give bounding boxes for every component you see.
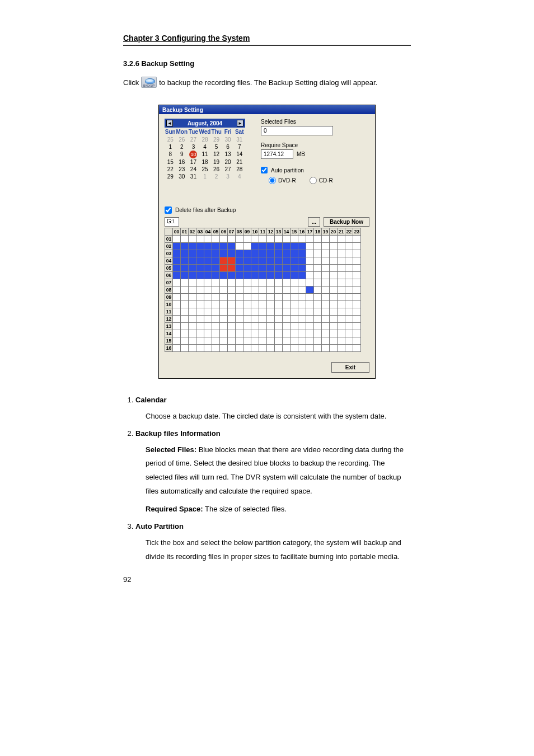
next-month-button[interactable]: ► xyxy=(237,120,243,126)
timeline-cell[interactable] xyxy=(291,323,298,330)
timeline-cell[interactable] xyxy=(236,294,243,301)
timeline-cell[interactable] xyxy=(212,272,220,279)
timeline-cell[interactable] xyxy=(267,279,275,287)
timeline-cell[interactable] xyxy=(314,279,322,287)
day-cell[interactable]: 27 xyxy=(188,136,199,143)
timeline-cell[interactable] xyxy=(314,250,322,257)
timeline-cell[interactable] xyxy=(275,272,283,279)
timeline-cell[interactable] xyxy=(189,287,196,294)
day-cell[interactable]: 29 xyxy=(165,173,176,180)
browse-button[interactable]: ... xyxy=(308,217,320,227)
timeline-cell[interactable] xyxy=(259,250,267,257)
timeline-cell[interactable] xyxy=(196,330,204,337)
timeline-cell[interactable] xyxy=(298,316,306,323)
timeline-cell[interactable] xyxy=(322,323,330,330)
timeline-cell[interactable] xyxy=(275,308,283,316)
timeline-cell[interactable] xyxy=(322,330,330,337)
timeline-cell[interactable] xyxy=(189,316,196,323)
timeline-cell[interactable] xyxy=(306,345,314,352)
day-cell[interactable]: 3 xyxy=(222,173,234,180)
timeline-cell[interactable] xyxy=(243,272,251,279)
timeline-cell[interactable] xyxy=(236,272,243,279)
timeline-cell[interactable] xyxy=(228,294,236,301)
timeline-cell[interactable] xyxy=(330,265,338,272)
timeline-cell[interactable] xyxy=(275,301,283,308)
timeline-cell[interactable] xyxy=(291,294,298,301)
timeline-cell[interactable] xyxy=(173,287,181,294)
timeline-cell[interactable] xyxy=(173,308,181,316)
timeline-cell[interactable] xyxy=(306,330,314,337)
timeline-cell[interactable] xyxy=(275,265,283,272)
timeline-cell[interactable] xyxy=(228,330,236,337)
timeline-cell[interactable] xyxy=(251,265,259,272)
timeline-cell[interactable] xyxy=(220,308,228,316)
timeline-cell[interactable] xyxy=(189,243,196,250)
timeline-cell[interactable] xyxy=(236,345,243,352)
timeline-cell[interactable] xyxy=(267,236,275,243)
timeline-cell[interactable] xyxy=(314,345,322,352)
timeline-cell[interactable] xyxy=(181,316,189,323)
timeline-cell[interactable] xyxy=(181,287,189,294)
timeline-cell[interactable] xyxy=(338,301,345,308)
timeline-cell[interactable] xyxy=(181,345,189,352)
timeline-cell[interactable] xyxy=(251,301,259,308)
timeline-cell[interactable] xyxy=(298,345,306,352)
day-cell[interactable]: 7 xyxy=(233,143,245,151)
timeline-cell[interactable] xyxy=(236,337,243,345)
timeline-cell[interactable] xyxy=(330,279,338,287)
timeline-cell[interactable] xyxy=(259,345,267,352)
timeline-cell[interactable] xyxy=(298,301,306,308)
timeline-cell[interactable] xyxy=(228,287,236,294)
timeline-cell[interactable] xyxy=(212,257,220,265)
timeline-cell[interactable] xyxy=(267,301,275,308)
delete-after-backup[interactable]: Delete files after Backup xyxy=(165,206,369,214)
timeline-cell[interactable] xyxy=(298,287,306,294)
timeline-cell[interactable] xyxy=(204,294,212,301)
timeline-cell[interactable] xyxy=(228,257,236,265)
timeline-cell[interactable] xyxy=(267,337,275,345)
timeline-cell[interactable] xyxy=(196,301,204,308)
timeline-cell[interactable] xyxy=(173,316,181,323)
dvd-radio[interactable]: DVD-R xyxy=(269,177,296,184)
timeline-cell[interactable] xyxy=(189,250,196,257)
timeline-cell[interactable] xyxy=(314,323,322,330)
timeline-cell[interactable] xyxy=(243,250,251,257)
timeline-cell[interactable] xyxy=(330,250,338,257)
timeline-cell[interactable] xyxy=(228,316,236,323)
timeline-cell[interactable] xyxy=(204,287,212,294)
day-cell[interactable]: 8 xyxy=(165,151,176,158)
timeline-cell[interactable] xyxy=(236,330,243,337)
timeline-cell[interactable] xyxy=(181,330,189,337)
timeline-cell[interactable] xyxy=(283,265,291,272)
timeline-cell[interactable] xyxy=(330,330,338,337)
day-cell[interactable]: 17 xyxy=(188,158,199,166)
timeline-cell[interactable] xyxy=(204,243,212,250)
timeline-cell[interactable] xyxy=(243,308,251,316)
timeline-cell[interactable] xyxy=(173,345,181,352)
timeline-cell[interactable] xyxy=(306,272,314,279)
timeline-cell[interactable] xyxy=(306,308,314,316)
timeline-cell[interactable] xyxy=(204,236,212,243)
timeline-cell[interactable] xyxy=(189,337,196,345)
timeline-cell[interactable] xyxy=(204,265,212,272)
timeline-cell[interactable] xyxy=(306,279,314,287)
timeline-cell[interactable] xyxy=(298,257,306,265)
timeline-cell[interactable] xyxy=(189,345,196,352)
timeline-cell[interactable] xyxy=(212,301,220,308)
day-cell[interactable]: 1 xyxy=(199,173,211,180)
timeline-cell[interactable] xyxy=(243,345,251,352)
timeline-cell[interactable] xyxy=(338,265,345,272)
timeline-cell[interactable] xyxy=(267,345,275,352)
timeline-cell[interactable] xyxy=(353,250,361,257)
timeline-cell[interactable] xyxy=(338,243,345,250)
timeline-cell[interactable] xyxy=(236,257,243,265)
timeline-cell[interactable] xyxy=(220,265,228,272)
timeline-cell[interactable] xyxy=(189,279,196,287)
timeline-cell[interactable] xyxy=(322,265,330,272)
timeline-cell[interactable] xyxy=(283,330,291,337)
timeline-cell[interactable] xyxy=(189,236,196,243)
timeline-cell[interactable] xyxy=(212,243,220,250)
timeline-cell[interactable] xyxy=(220,294,228,301)
timeline-cell[interactable] xyxy=(345,308,353,316)
timeline-cell[interactable] xyxy=(283,243,291,250)
